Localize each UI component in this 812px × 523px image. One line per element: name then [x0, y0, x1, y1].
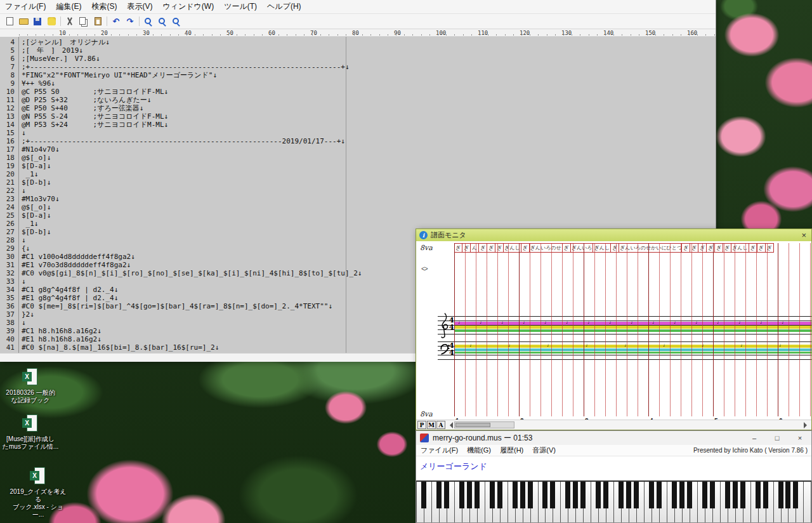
toolbar-cut-button[interactable] — [63, 15, 77, 28]
piano-black-key[interactable] — [778, 482, 783, 508]
piano-black-key[interactable] — [657, 482, 662, 508]
close-icon[interactable]: × — [799, 230, 808, 240]
close-icon[interactable]: × — [789, 431, 811, 445]
piano-white-key[interactable] — [774, 482, 782, 522]
piano-black-key[interactable] — [626, 482, 631, 508]
toolbar-redo-button[interactable]: ↷ — [123, 15, 137, 28]
editor-menu-item[interactable]: ウィンドウ(W) — [157, 0, 219, 13]
piano-white-key[interactable] — [455, 482, 462, 522]
piano-white-key[interactable] — [416, 482, 424, 522]
editor-menu-item[interactable]: ツール(T) — [219, 0, 262, 13]
piano-white-key[interactable] — [667, 482, 675, 522]
editor-menu-item[interactable]: 検索(S) — [86, 0, 122, 13]
piano-black-key[interactable] — [756, 482, 761, 508]
piano-white-key[interactable] — [645, 482, 652, 522]
piano-black-key[interactable] — [672, 482, 677, 508]
editor-menu-item[interactable]: ファイル(F) — [0, 0, 51, 13]
piano-black-key[interactable] — [542, 482, 547, 508]
line-number: 40 — [0, 335, 15, 343]
player-menu-item[interactable]: 機能(G) — [462, 445, 495, 456]
toolbar-undo-button[interactable]: ↶ — [109, 15, 123, 28]
code-line: ¥++ %96↓ — [22, 79, 716, 88]
toolbar-open-folder-button[interactable] — [16, 15, 30, 28]
piano-black-key[interactable] — [702, 482, 707, 508]
piano-black-key[interactable] — [513, 482, 518, 508]
score-button-P[interactable]: P — [417, 421, 426, 429]
piano-black-key[interactable] — [725, 482, 730, 508]
piano-white-key[interactable] — [485, 482, 493, 522]
player-titlebar[interactable]: merry-go-round.mus ー 01:53 – □ × — [416, 431, 811, 445]
piano-white-key[interactable] — [698, 482, 705, 522]
piano-black-key[interactable] — [459, 482, 464, 508]
piano-black-key[interactable] — [580, 482, 586, 508]
toolbar-format-brush-button[interactable] — [44, 15, 58, 28]
score-button-A[interactable]: A — [436, 421, 445, 429]
piano-white-key[interactable] — [591, 482, 599, 522]
piano-black-key[interactable] — [528, 482, 533, 508]
piano-black-key[interactable] — [490, 482, 495, 508]
code-line: _1↓ — [22, 170, 716, 178]
line-number: 27 — [0, 228, 15, 236]
piano-black-key[interactable] — [634, 482, 639, 508]
zoom-select-icon — [173, 18, 179, 24]
piano-black-key[interactable] — [740, 482, 745, 508]
desktop-icon[interactable]: X2019_クイズを考える ブック.xlsx - ショー... — [9, 467, 67, 519]
piano-black-key[interactable] — [497, 482, 502, 508]
piano-black-key[interactable] — [421, 482, 426, 508]
piano-black-key[interactable] — [763, 482, 768, 508]
editor-menu-item[interactable]: ヘルプ(H) — [262, 0, 306, 13]
toolbar-zoom-out-button[interactable] — [155, 15, 169, 28]
desktop-icon[interactable]: X[Muse][派]作成し たmusファイル情... — [1, 414, 60, 451]
piano-black-key[interactable] — [710, 482, 715, 508]
desktop-icon[interactable]: X20180326 一般的 な記録ブック — [1, 368, 60, 404]
piano-black-key[interactable] — [733, 482, 738, 508]
piano-black-key[interactable] — [619, 482, 624, 508]
piano-black-key[interactable] — [603, 482, 608, 508]
piano-black-key[interactable] — [475, 482, 480, 508]
player-menu-item[interactable]: ファイル(F) — [416, 445, 462, 456]
piano-black-key[interactable] — [520, 482, 525, 508]
toolbar-save-button[interactable] — [30, 15, 44, 28]
piano-black-key[interactable] — [649, 482, 654, 508]
score-button-M[interactable]: M — [427, 421, 436, 429]
piano-black-key[interactable] — [679, 482, 684, 508]
score-scrollbar[interactable] — [454, 421, 514, 428]
maximize-icon[interactable]: □ — [766, 431, 789, 445]
piano-white-key[interactable] — [721, 482, 728, 522]
scrollbar-thumb[interactable] — [455, 423, 490, 427]
piano-white-key[interactable] — [614, 482, 622, 522]
toolbar-paste-button[interactable] — [91, 15, 105, 28]
piano-black-key[interactable] — [444, 482, 449, 508]
toolbar-copy-button[interactable] — [77, 15, 91, 28]
piano-black-key[interactable] — [550, 482, 555, 508]
scroll-right-icon[interactable] — [804, 422, 810, 428]
scroll-left-icon[interactable] — [447, 422, 453, 428]
toolbar-zoom-select-button[interactable] — [169, 15, 183, 28]
piano-black-key[interactable] — [596, 482, 601, 508]
toolbar-zoom-in-button[interactable] — [141, 15, 155, 28]
editor-menu-item[interactable]: 表示(V) — [122, 0, 157, 13]
player-menu-item[interactable]: 履歴(H) — [495, 445, 528, 456]
piano-black-key[interactable] — [467, 482, 472, 508]
piano-black-key[interactable] — [565, 482, 570, 508]
piano-black-key[interactable] — [573, 482, 578, 508]
minimize-icon[interactable]: – — [743, 431, 766, 445]
piano-white-key[interactable] — [508, 482, 516, 522]
score-monitor-titlebar[interactable]: i 譜面モニタ × — [416, 229, 811, 241]
editor-menubar: ファイル(F)編集(E)検索(S)表示(V)ウィンドウ(W)ツール(T)ヘルプ(… — [0, 0, 716, 14]
piano-black-key[interactable] — [436, 482, 442, 508]
piano-white-key[interactable] — [561, 482, 568, 522]
piano-white-key[interactable] — [804, 482, 811, 522]
editor-menu-item[interactable]: 編集(E) — [51, 0, 86, 13]
piano-black-key[interactable] — [785, 482, 790, 508]
line-number: 26 — [0, 220, 15, 228]
piano-black-key[interactable] — [793, 482, 798, 508]
piano-black-key[interactable] — [687, 482, 692, 508]
code-line: ↓ — [22, 129, 716, 137]
piano-white-key[interactable] — [751, 482, 759, 522]
piano-white-key[interactable] — [432, 482, 440, 522]
toolbar-new-document-button[interactable] — [3, 15, 16, 28]
piano-white-key[interactable] — [539, 482, 546, 522]
lyric-row: ぎぎんぎぎぎぎんしぎぎんいろのせぎぎんいろぎんしぎぎんいろのせかいにひとつメぎぎ… — [454, 243, 811, 253]
player-menu-item[interactable]: 音源(V) — [528, 445, 560, 456]
